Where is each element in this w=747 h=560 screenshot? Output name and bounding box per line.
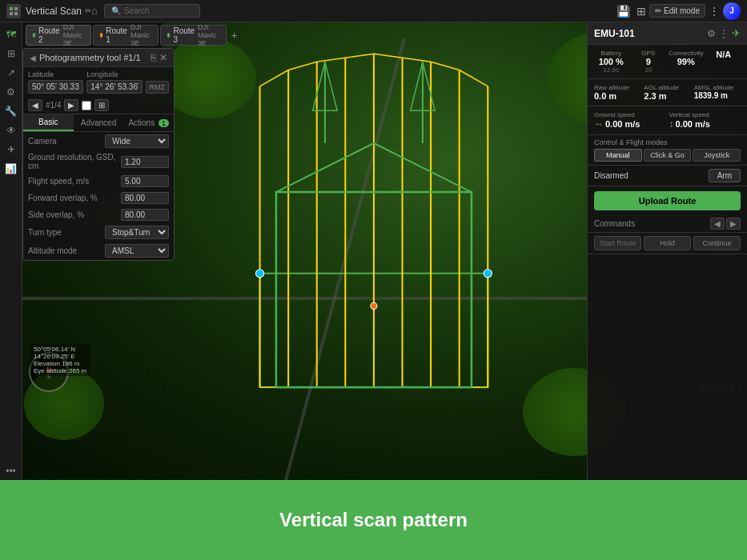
panel-actions: ⎘ ✕ [151, 52, 167, 63]
connectivity-stat: Connectivity 99% [669, 50, 704, 74]
wp-counter: #1/4 [46, 101, 61, 110]
connectivity-label: Connectivity [669, 50, 704, 57]
wp-next-button[interactable]: ▶ [64, 99, 78, 111]
sd-icon-button[interactable]: 💾 [613, 3, 633, 19]
command-arrows: ◀ ▶ [710, 218, 741, 230]
raw-alt-value: 0.0 m [594, 91, 641, 101]
route-tabs: Route 2 DJI Mavic 3E Route 1 DJI Mavic 3… [22, 22, 163, 48]
mode-buttons: Manual Click & Go Joystick [594, 149, 741, 162]
signal-value: N/A [707, 50, 741, 59]
sidebar-item-layers[interactable]: ⊞ [2, 45, 20, 62]
svg-line-21 [373, 143, 471, 192]
drone-more-button[interactable]: ⋮ [719, 27, 729, 39]
start-route-button[interactable]: Start Route [594, 236, 641, 250]
camera-select[interactable]: Wide [105, 134, 169, 148]
svg-rect-32 [14, 12, 18, 15]
action-buttons: Start Route Hold Continue [588, 233, 747, 254]
speed-input[interactable] [121, 175, 169, 187]
speed-row: Flight speed, m/s [23, 173, 174, 190]
panel-copy-button[interactable]: ⎘ [151, 52, 156, 63]
svg-point-26 [255, 269, 263, 277]
sidebar-item-analytics[interactable]: 📊 [2, 160, 20, 178]
mode-click-go-button[interactable]: Click & Go [644, 149, 692, 162]
turn-type-label: Turn type [28, 228, 102, 237]
forward-overlap-input[interactable] [121, 192, 169, 204]
vertical-speed-icon: ↕ [669, 118, 674, 130]
layers-icon-button[interactable]: ⊞ [633, 3, 649, 19]
gsd-input[interactable] [121, 156, 169, 168]
edit-mode-label: Edit mode [664, 6, 700, 15]
route-3-label: Route 3 [173, 26, 195, 44]
panel-close-button[interactable]: ✕ [159, 52, 167, 63]
gsd-label: Ground resolution, GSD, cm [28, 153, 118, 170]
route-tab-3[interactable]: Route 3 DJI Mavic 3E [160, 25, 226, 46]
vertical-speed-value: 0.00 m/s [676, 119, 710, 129]
status-grid: Battery 100 % 12.60 GPS 9 30 Connectivit… [588, 45, 747, 79]
svg-line-20 [275, 143, 373, 192]
upload-route-button[interactable]: Upload Route [594, 191, 741, 210]
add-route-button[interactable]: + [228, 29, 241, 42]
svg-line-17 [459, 70, 488, 86]
disarm-status: Disarmed [594, 171, 629, 180]
sidebar-item-tools[interactable]: 🔧 [2, 102, 20, 120]
route-2-model: DJI Mavic 3E [63, 23, 85, 47]
home-icon[interactable]: ⌂ [91, 5, 98, 17]
rmz-button[interactable]: RMZ [146, 81, 170, 94]
mode-joystick-button[interactable]: Joystick [693, 149, 741, 162]
wp-checkbox[interactable] [82, 101, 91, 110]
raw-alt: Raw altitude 0.0 m [594, 84, 641, 101]
tab-advanced[interactable]: Advanced [74, 114, 124, 131]
edit-mode-button[interactable]: ✏ Edit mode [649, 4, 705, 18]
vertical-speed: Vertical speed ↕ 0.00 m/s [669, 111, 741, 130]
svg-line-12 [316, 58, 345, 62]
route-tab-1[interactable]: Route 1 DJI Mavic 3E [93, 25, 159, 46]
panel-back-button[interactable]: ◀ [30, 54, 36, 62]
route-tab-2[interactable]: Route 2 DJI Mavic 3E [26, 25, 91, 46]
route-dot-3 [167, 33, 170, 38]
sidebar-item-settings[interactable]: ⚙ [2, 83, 20, 101]
waypoint-nav: ◀ #1/4 ▶ ⊞ [23, 97, 174, 114]
tab-actions[interactable]: Actions 1 [123, 114, 174, 131]
agl-alt-value: 2.3 m [644, 91, 690, 101]
camera-label: Camera [28, 137, 102, 146]
altitude-mode-row: Altitude mode AMSL [23, 242, 174, 260]
svg-line-13 [345, 54, 374, 58]
altitude-mode-select[interactable]: AMSL [105, 244, 169, 258]
user-avatar[interactable]: J [723, 2, 741, 20]
more-options-button[interactable]: ⋮ [705, 3, 723, 19]
sidebar-item-drone[interactable]: ✈ [2, 141, 20, 158]
search-box: 🔍 Search [104, 4, 200, 18]
latitude-input[interactable] [28, 80, 83, 94]
drone-fly-button[interactable]: ✈ [732, 27, 741, 39]
svg-rect-30 [14, 7, 18, 10]
cmd-prev-button[interactable]: ◀ [710, 218, 725, 230]
cmd-next-button[interactable]: ▶ [726, 218, 741, 230]
wp-prev-button[interactable]: ◀ [28, 99, 42, 111]
sidebar-item-map[interactable]: 🗺 [2, 26, 20, 43]
hold-button[interactable]: Hold [644, 236, 691, 250]
drone-settings-button[interactable]: ⚙ [707, 27, 716, 39]
turn-type-select[interactable]: Stop&Turn [105, 226, 169, 239]
longitude-input[interactable] [86, 80, 142, 94]
edit-mode-icon: ✏ [655, 6, 661, 15]
mode-manual-button[interactable]: Manual [594, 149, 642, 162]
raw-alt-label: Raw altitude [594, 84, 641, 91]
sidebar-item-view[interactable]: 👁 [2, 122, 20, 139]
sidebar-item-route[interactable]: ↗ [2, 64, 20, 82]
building-wireframe [150, 46, 598, 412]
tab-basic[interactable]: Basic [23, 114, 74, 131]
side-overlap-input[interactable] [121, 209, 169, 221]
arm-button[interactable]: Arm [709, 169, 741, 182]
search-placeholder[interactable]: Search [124, 6, 150, 15]
coordinates-row: Latitude Longitude RMZ [23, 67, 174, 97]
battery-stat: Battery 100 % 12.60 [594, 50, 628, 74]
gps-value: 9 [631, 57, 665, 66]
gsd-row: Ground resolution, GSD, cm [23, 150, 174, 173]
app: N S 50°05'06.14' N 14°26'09.25' E Elevat… [0, 0, 747, 560]
vertical-speed-label: Vertical speed [669, 111, 741, 118]
wp-add-button[interactable]: ⊞ [94, 99, 109, 111]
sidebar-item-more[interactable]: ••• [2, 462, 20, 480]
speed-grid: Ground speed ↔ 0.00 m/s Vertical speed ↕… [588, 106, 747, 135]
continue-button[interactable]: Continue [693, 236, 741, 250]
ground-speed-icon: ↔ [594, 118, 604, 130]
